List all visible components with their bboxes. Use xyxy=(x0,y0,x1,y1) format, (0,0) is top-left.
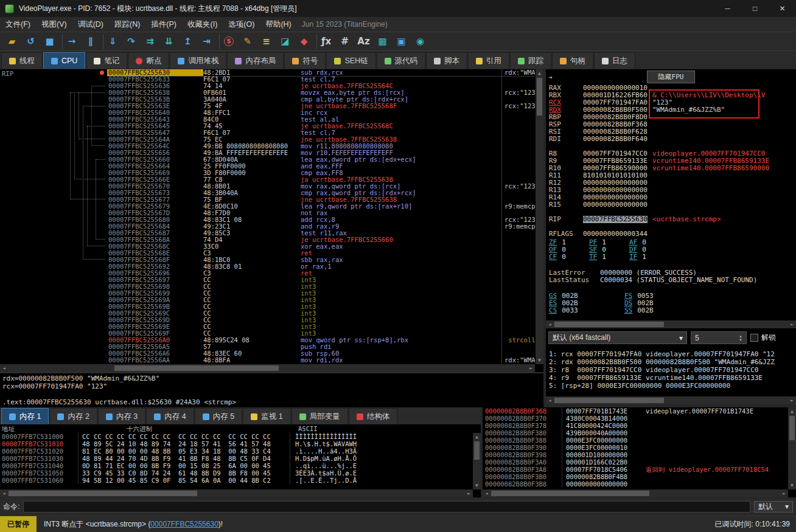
tab-dump-3[interactable]: 内存 3 xyxy=(98,408,145,424)
disasm-row[interactable]: 00007FFBC525568A 74 D4 je ucrtbase.7FFBC… xyxy=(107,237,535,243)
disasm-row[interactable]: 00007FFBC52556A6 48:83EC 60 sub rsp,60 xyxy=(107,350,535,357)
arguments-hscrollbar[interactable]: ◄► xyxy=(546,396,796,404)
command-input[interactable] xyxy=(23,501,750,513)
pause-icon[interactable]: ∥ xyxy=(81,34,100,49)
tab-handles[interactable]: 句柄 xyxy=(552,52,593,69)
disasm-vscrollbar[interactable]: ▲▼ xyxy=(536,69,543,364)
open-file-icon[interactable]: ▰ xyxy=(2,34,21,49)
tab-dump-1[interactable]: 内存 1 xyxy=(1,408,49,424)
disasm-row[interactable]: 00007FFBC5255640 48:FFC1 inc rcx xyxy=(107,109,535,116)
step-into-icon[interactable]: ⇓ xyxy=(103,34,122,49)
stack-hscrollbar[interactable]: ◄► xyxy=(483,489,788,497)
disasm-row[interactable]: 00007FFBC525568F 48:1BC0 sbb rax,rax xyxy=(107,257,535,263)
menu-plugins[interactable]: 插件(P) xyxy=(145,18,182,32)
stack-row[interactable]: 00000082B8B0F380 439B000040A00000 xyxy=(483,429,796,437)
avx-toggle-icon[interactable]: $ xyxy=(219,34,238,49)
menu-view[interactable]: 视图(V) xyxy=(36,18,72,32)
disasm-row[interactable]: 00007FFBC5255687 49:85C3 test r11,rax xyxy=(107,230,535,237)
disasm-row[interactable]: 00007FFBC5255697 CC int3 xyxy=(107,277,535,283)
segment-register[interactable]: SS002B xyxy=(624,307,700,314)
segment-register[interactable]: ES002B xyxy=(549,300,624,307)
tab-symbols[interactable]: 符号 xyxy=(284,52,326,69)
minimize-button[interactable]: ─ xyxy=(714,0,741,17)
tab-source[interactable]: 源代码 xyxy=(377,52,426,69)
calculator-icon[interactable]: ▣ xyxy=(392,34,411,49)
tab-watch-1[interactable]: 监视 1 xyxy=(243,408,290,424)
disasm-row[interactable]: 00007FFBC525564A 75 EC jne ucrtbase.7FFB… xyxy=(107,136,535,143)
patches-icon[interactable]: ✎ xyxy=(238,34,257,49)
hex-row[interactable]: 00007FFB7C531030 48 89 44 24 70 4D 8B F9… xyxy=(0,455,481,462)
tab-script[interactable]: 脚本 xyxy=(426,52,467,69)
menu-options[interactable]: 选项(O) xyxy=(223,18,260,32)
segment-register[interactable]: FS0053 xyxy=(624,292,700,300)
stack-row[interactable]: 00000082B8B0F370 4380C00043B14000 xyxy=(483,415,796,422)
tab-threads[interactable]: 线程 xyxy=(1,52,43,69)
breakpoint-address-link[interactable]: 00007FFBC5255630 xyxy=(150,520,218,528)
unlock-toggle[interactable]: 解锁 xyxy=(750,333,776,343)
stack-vscrollbar[interactable]: ▲▼ xyxy=(788,407,796,489)
command-profile-select[interactable]: 默认▾ xyxy=(754,501,793,513)
argument-count-spinner[interactable]: 5 ▲▼ xyxy=(691,331,747,344)
disasm-row[interactable]: 00007FFBC525564C 49:BB 8080808080808080 … xyxy=(107,143,535,150)
stack-row[interactable]: 00000082B8B0F388 0000E3FC00000000 xyxy=(483,437,796,444)
disasm-row[interactable]: 00007FFBC5255696 C3 ret xyxy=(107,270,535,277)
update-icon[interactable]: ◉ xyxy=(411,34,430,49)
disasm-row[interactable]: 00007FFBC525569D CC int3 xyxy=(107,317,535,323)
tab-struct[interactable]: 结构体 xyxy=(349,408,398,424)
hex-vscrollbar[interactable]: ▲▼ xyxy=(473,433,481,489)
disasm-row[interactable]: 00007FFBC5255643 84C0 test al,al xyxy=(107,116,535,123)
restart-icon[interactable]: ↺ xyxy=(21,34,40,49)
hex-row[interactable]: 00007FFB7C531020 81 EC 80 00 00 00 48 8B… xyxy=(0,447,481,455)
disasm-row[interactable]: 00007FFBC52556A5 57 push rdi xyxy=(107,344,535,350)
run-to-user-icon[interactable]: ⇥ xyxy=(197,34,216,49)
hex-row[interactable]: 00007FFB7C531000 CC CC CC CC CC CC CC CC… xyxy=(0,433,481,440)
tab-breakpoints[interactable]: 断点 xyxy=(128,52,169,69)
cpu-flag[interactable]: TF1 xyxy=(589,254,629,261)
disasm-row[interactable]: 00007FFBC5255698 CC int3 xyxy=(107,283,535,290)
compare-icon[interactable]: ◆ xyxy=(295,34,313,49)
disasm-row[interactable]: 00007FFBC525569B CC int3 xyxy=(107,303,535,310)
cpu-flag[interactable]: IF1 xyxy=(629,254,669,261)
hex-row[interactable]: 00007FFB7C531040 0D 81 71 EC 00 00 8B F9… xyxy=(0,462,481,469)
tab-dump-5[interactable]: 内存 5 xyxy=(195,408,242,424)
disasm-row[interactable]: 00007FFBC5255669 3D F80F0000 cmp eax,FF8 xyxy=(107,170,535,176)
fx-icon[interactable]: ƒx xyxy=(316,34,335,49)
hex-row[interactable]: 00007FFB7C531050 33 C9 45 33 C0 8D 74 24… xyxy=(0,469,481,477)
last-row[interactable]: LastStatus C0000034 (STATUS_OBJECT_NAME_… xyxy=(546,277,796,284)
menu-debug[interactable]: 调试(D) xyxy=(72,18,109,32)
disasm-row[interactable]: 00007FFBC525568C 33C0 xor eax,eax xyxy=(107,243,535,250)
hide-fpu-button[interactable]: 隐藏FPU xyxy=(647,71,696,83)
strings-icon[interactable]: Az xyxy=(354,34,373,49)
tab-seh[interactable]: SEH链 xyxy=(326,52,375,69)
disasm-row[interactable]: 00007FFBC525563E 75 4F jne ucrtbase.7FFB… xyxy=(107,103,535,109)
disasm-row[interactable]: 00007FFBC5255638 0FB601 movzx eax,byte p… xyxy=(107,89,535,96)
step-out-icon[interactable]: ↥ xyxy=(178,34,197,49)
tab-memory-map[interactable]: 内存布局 xyxy=(227,52,284,69)
segment-register[interactable]: CS0033 xyxy=(549,307,624,314)
disasm-row[interactable]: 00007FFBC5255670 48:8B01 mov rax,qword p… xyxy=(107,183,535,190)
stack-row[interactable]: 00000082B8B0F3A0 000001D166C022B0 xyxy=(483,458,796,466)
tab-callstack[interactable]: 调用堆栈 xyxy=(170,52,226,69)
disasm-row[interactable]: 00007FFBC5255636 74 14 je ucrtbase.7FFBC… xyxy=(107,83,535,89)
disasm-row[interactable]: 00007FFBC525567D 48:F7D0 not rax xyxy=(107,210,535,216)
disasm-row[interactable]: 00007FFBC5255699 CC int3 xyxy=(107,290,535,297)
registers-hscrollbar[interactable]: ◄► xyxy=(546,320,796,328)
collapse-arrow-icon[interactable]: ◄ xyxy=(548,74,552,80)
disasm-row[interactable]: 00007FFBC525568E C3 ret xyxy=(107,250,535,257)
disasm-row[interactable]: 00007FFBC5255645 74 45 je ucrtbase.7FFBC… xyxy=(107,123,535,130)
trace-over-icon[interactable]: ⇊ xyxy=(159,34,178,49)
maximize-button[interactable]: □ xyxy=(741,0,769,17)
stack-row[interactable]: 00000082B8B0F390 0000E3FC00000010 xyxy=(483,444,796,451)
disasm-row[interactable]: 00007FFBC5255677 75 BF jne ucrtbase.7FFB… xyxy=(107,196,535,203)
disasm-hscrollbar[interactable]: ◄► xyxy=(0,364,535,372)
tab-references[interactable]: 引用 xyxy=(468,52,509,69)
disasm-row[interactable]: 00007FFBC5255647 F6C1 07 test cl,7 xyxy=(107,130,535,136)
register-row[interactable]: RDI 00000082B8B0F640 xyxy=(546,136,796,143)
memmap-icon[interactable]: ▦ xyxy=(373,34,392,49)
stack-row[interactable]: 00000082B8B0F368 00007FF701B1743E videop… xyxy=(483,407,796,415)
disasm-row[interactable]: 00007FFBC5255673 48:3B040A cmp rax,qword… xyxy=(107,190,535,196)
disasm-row[interactable]: 00007FFBC5255660 67:8D040A lea eax,dword… xyxy=(107,156,535,163)
disasm-row[interactable]: 00007FFBC5255684 49:23C1 and rax,r9 r9:m… xyxy=(107,223,535,230)
argument-row[interactable]: 3: r8 00007FF701947CC0 videoplayer.00007… xyxy=(549,366,794,374)
disasm-row[interactable]: 00007FFBC5255680 48:83C1 08 add rcx,8 rc… xyxy=(107,216,535,223)
